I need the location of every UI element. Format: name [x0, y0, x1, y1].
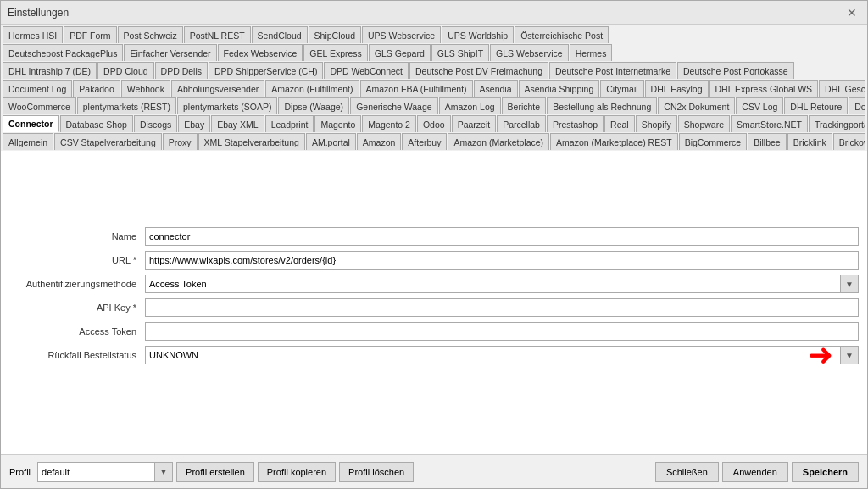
- tab-document-downloader[interactable]: Document Downloader: [849, 97, 865, 114]
- tab-plentymarkets-rest[interactable]: plentymarkets (REST): [77, 97, 176, 114]
- tab-einfacher-versender[interactable]: Einfacher Versender: [124, 44, 216, 61]
- tab-pakadoo[interactable]: Pakadoo: [73, 80, 120, 97]
- schliessen-button[interactable]: Schließen: [655, 462, 719, 482]
- tab-berichte[interactable]: Berichte: [502, 97, 547, 114]
- tab-shipcloud[interactable]: ShipCloud: [309, 26, 361, 43]
- tab-proxy[interactable]: Proxy: [163, 133, 198, 150]
- tab-dhl-intraship[interactable]: DHL Intraship 7 (DE): [3, 62, 97, 79]
- tab-dpd-shipperservice[interactable]: DPD ShipperService (CH): [209, 62, 323, 79]
- tab-deutsche-post-portokasse[interactable]: Deutsche Post Portokasse: [677, 62, 794, 79]
- url-input[interactable]: [145, 251, 859, 270]
- tab-smartstore-net[interactable]: SmartStore.NET: [731, 115, 808, 132]
- tab-billbee[interactable]: Billbee: [748, 133, 787, 150]
- anwenden-button[interactable]: Anwenden: [722, 462, 788, 482]
- tab-am-portal[interactable]: AM.portal: [306, 133, 356, 150]
- tab-ups-webservice[interactable]: UPS Webservice: [362, 26, 441, 43]
- tab-bricklink[interactable]: Bricklink: [787, 133, 832, 150]
- form-row-apikey: API Key *: [9, 298, 859, 317]
- tab-amazon-fulfillment[interactable]: Amazon (Fulfillment): [265, 80, 359, 97]
- tab-deutsche-post-internetmarke[interactable]: Deutsche Post Internetmarke: [549, 62, 676, 79]
- tab-post-schweiz[interactable]: Post Schweiz: [118, 26, 183, 43]
- tab-amazon-marketplace[interactable]: Amazon (Marketplace): [448, 133, 549, 150]
- tab-fedex-webservice[interactable]: Fedex Webservice: [218, 44, 303, 61]
- tab-ups-worldship[interactable]: UPS Worldship: [442, 26, 514, 43]
- tab-abholungsversender[interactable]: Abholungsversender: [171, 80, 264, 97]
- rueckfall-select[interactable]: UNKNOWN: [145, 346, 859, 364]
- profil-select[interactable]: default: [37, 462, 173, 482]
- auth-select[interactable]: Access Token: [145, 275, 859, 293]
- tab-amazon[interactable]: Amazon: [357, 133, 402, 150]
- profil-select-wrapper: default ▼: [37, 462, 173, 482]
- tab-shopify[interactable]: Shopify: [636, 115, 677, 132]
- profil-erstellen-button[interactable]: Profil erstellen: [176, 462, 254, 482]
- tab-dhl-retoure[interactable]: DHL Retoure: [784, 97, 848, 114]
- tab-row-6: Connector Database Shop Discogs Ebay Eba…: [3, 115, 865, 132]
- tab-postnl-rest[interactable]: PostNL REST: [184, 26, 251, 43]
- tab-amazon-marketplace-rest[interactable]: Amazon (Marketplace) REST: [550, 133, 678, 150]
- tab-leadprint[interactable]: Leadprint: [265, 115, 314, 132]
- tab-sendcloud[interactable]: SendCloud: [252, 26, 308, 43]
- tab-dpd-webconnect[interactable]: DPD WebConnect: [324, 62, 409, 79]
- tab-oesterreichische-post[interactable]: Österreichische Post: [515, 26, 609, 43]
- tab-discogs[interactable]: Discogs: [134, 115, 177, 132]
- tab-plentymarkets-soap[interactable]: plentymarkets (SOAP): [177, 97, 277, 114]
- access-token-input[interactable]: [145, 322, 859, 341]
- tab-gel-express[interactable]: GEL Express: [303, 44, 367, 61]
- tab-gls-webservice[interactable]: GLS Webservice: [490, 44, 569, 61]
- tab-dpd-cloud[interactable]: DPD Cloud: [97, 62, 154, 79]
- tab-ebay-xml[interactable]: Ebay XML: [211, 115, 264, 132]
- tab-hermes[interactable]: Hermes: [570, 44, 613, 61]
- tab-real[interactable]: Real: [604, 115, 635, 132]
- url-label: URL *: [9, 255, 145, 265]
- tab-bigcommerce[interactable]: BigCommerce: [679, 133, 748, 150]
- tab-generische-waage[interactable]: Generische Waage: [350, 97, 438, 114]
- auth-label: Authentifizierungsmethode: [9, 279, 145, 289]
- tab-asendia[interactable]: Asendia: [474, 80, 518, 97]
- name-input[interactable]: [145, 227, 859, 246]
- tab-document-log[interactable]: Document Log: [3, 80, 72, 97]
- tab-deutsche-post-dv[interactable]: Deutsche Post DV Freimachung: [409, 62, 548, 79]
- tab-cn2x-dokument[interactable]: CN2x Dokument: [658, 97, 735, 114]
- tab-allgemein[interactable]: Allgemein: [3, 133, 53, 150]
- tab-asendia-shipping[interactable]: Asendia Shipping: [519, 80, 600, 97]
- profil-label: Profil: [9, 467, 31, 477]
- tab-dpd-delis[interactable]: DPD Delis: [155, 62, 208, 79]
- tab-dhl-express-global-ws[interactable]: DHL Express Global WS: [709, 80, 819, 97]
- tab-gls-shipit[interactable]: GLS ShipIT: [431, 44, 489, 61]
- profil-loeschen-button[interactable]: Profil löschen: [339, 462, 414, 482]
- tab-bestellung-rechnung[interactable]: Bestellung als Rechnung: [547, 97, 657, 114]
- tab-magento[interactable]: Magento: [314, 115, 361, 132]
- tab-csv-stapelverarbeitung[interactable]: CSV Stapelverarbeitung: [54, 133, 162, 150]
- tab-webhook[interactable]: Webhook: [121, 80, 170, 97]
- tab-dhl-geschaeftskunden[interactable]: DHL Geschäftskundenversand: [819, 80, 865, 97]
- tab-pdf-form[interactable]: PDF Form: [64, 26, 116, 43]
- tab-dhl-easylog[interactable]: DHL Easylog: [645, 80, 709, 97]
- tab-woocommerce[interactable]: WooCommerce: [3, 97, 76, 114]
- tab-paarzeit[interactable]: Paarzeit: [452, 115, 497, 132]
- tab-amazon-log[interactable]: Amazon Log: [439, 97, 501, 114]
- close-icon[interactable]: ✕: [843, 6, 860, 19]
- apikey-input[interactable]: [145, 298, 859, 317]
- tab-brickowl[interactable]: Brickowl: [833, 133, 865, 150]
- tab-database-shop[interactable]: Database Shop: [60, 115, 133, 132]
- tab-deutschepost-packageplus[interactable]: Deutschepost PackagePlus: [3, 44, 123, 61]
- tab-citymail[interactable]: Citymail: [600, 80, 643, 97]
- tab-prestashop[interactable]: Prestashop: [547, 115, 604, 132]
- tab-afterbuy[interactable]: Afterbuy: [402, 133, 447, 150]
- tab-trackingportal[interactable]: Trackingportal: [809, 115, 865, 132]
- tab-connector[interactable]: Connector: [3, 115, 59, 132]
- tab-dipse-waage[interactable]: Dipse (Waage): [278, 97, 349, 114]
- tab-magento-2[interactable]: Magento 2: [362, 115, 416, 132]
- tab-gls-gepard[interactable]: GLS Gepard: [369, 44, 431, 61]
- tab-amazon-fba[interactable]: Amazon FBA (Fulfillment): [360, 80, 473, 97]
- profil-kopieren-button[interactable]: Profil kopieren: [258, 462, 336, 482]
- tab-ebay[interactable]: Ebay: [178, 115, 210, 132]
- tab-parcellab[interactable]: Parcellab: [497, 115, 546, 132]
- tab-hermes-hsi[interactable]: Hermes HSI: [3, 26, 63, 43]
- window-title: Einstellungen: [8, 7, 69, 19]
- tab-shopware[interactable]: Shopware: [678, 115, 730, 132]
- tab-xml-stapelverarbeitung[interactable]: XML Stapelverarbeitung: [198, 133, 305, 150]
- tab-csv-log[interactable]: CSV Log: [736, 97, 783, 114]
- speichern-button[interactable]: Speichern: [792, 462, 859, 482]
- tab-odoo[interactable]: Odoo: [417, 115, 451, 132]
